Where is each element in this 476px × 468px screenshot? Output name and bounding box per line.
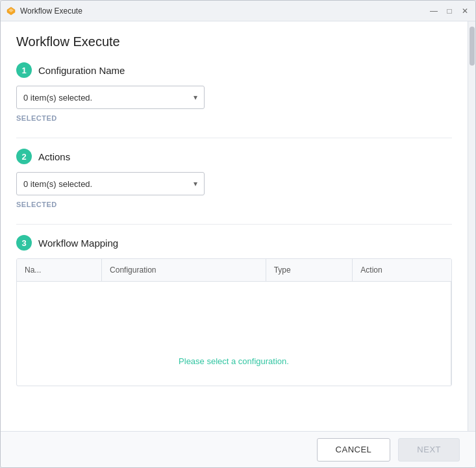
actions-selected-label: SELECTED xyxy=(16,201,452,208)
actions-arrow-icon: ▾ xyxy=(194,179,197,188)
step-badge-3: 3 xyxy=(16,235,32,251)
section-workflow-mapping: 3 Workflow Mapping Na... Configuration T… xyxy=(16,235,452,386)
window-controls: — □ ✕ xyxy=(429,6,470,16)
empty-message: Please select a configuration. xyxy=(179,356,289,366)
close-button[interactable]: ✕ xyxy=(460,6,470,16)
step-badge-1: 1 xyxy=(16,62,32,78)
actions-value: 0 item(s) selected. xyxy=(23,179,92,189)
page-title: Workflow Execute xyxy=(16,34,452,49)
col-header-type: Type xyxy=(266,259,353,282)
app-icon xyxy=(6,6,16,16)
section-title-3: Workflow Mapping xyxy=(38,238,118,249)
section-actions: 2 Actions 0 item(s) selected. ▾ SELECTED xyxy=(16,149,452,208)
footer: CANCEL NEXT xyxy=(1,431,475,467)
empty-area: Please select a configuration. xyxy=(25,288,443,379)
section-header-1: 1 Configuration Name xyxy=(16,62,452,78)
divider-2 xyxy=(16,224,452,225)
scrollbar-thumb[interactable] xyxy=(470,27,475,66)
maximize-button[interactable]: □ xyxy=(444,6,455,16)
section-configuration-name: 1 Configuration Name 0 item(s) selected.… xyxy=(16,62,452,122)
configuration-name-selected-label: SELECTED xyxy=(16,114,452,122)
title-bar-text: Workflow Execute xyxy=(20,6,429,16)
configuration-name-value: 0 item(s) selected. xyxy=(23,93,92,103)
title-bar: Workflow Execute — □ ✕ xyxy=(1,1,475,21)
col-header-configuration: Configuration xyxy=(102,259,266,282)
minimize-button[interactable]: — xyxy=(429,6,439,16)
section-title-2: Actions xyxy=(38,151,70,162)
main-content: Workflow Execute 1 Configuration Name 0 … xyxy=(1,21,468,431)
scrollbar[interactable] xyxy=(468,21,475,431)
section-header-3: 3 Workflow Mapping xyxy=(16,235,452,251)
section-title-1: Configuration Name xyxy=(38,65,125,76)
content-area: Workflow Execute 1 Configuration Name 0 … xyxy=(1,21,475,431)
section-header-2: 2 Actions xyxy=(16,149,452,164)
workflow-mapping-table-container: Na... Configuration Type Action Please s xyxy=(16,258,452,386)
workflow-mapping-table: Na... Configuration Type Action Please s xyxy=(17,259,451,386)
col-header-name: Na... xyxy=(17,259,102,282)
configuration-name-dropdown[interactable]: 0 item(s) selected. ▾ xyxy=(16,86,205,109)
table-header-row: Na... Configuration Type Action xyxy=(17,259,451,282)
step-badge-2: 2 xyxy=(16,149,32,164)
empty-table-row: Please select a configuration. xyxy=(17,282,451,386)
next-button[interactable]: NEXT xyxy=(398,438,460,462)
cancel-button[interactable]: CANCEL xyxy=(317,438,391,462)
col-header-action: Action xyxy=(353,259,451,282)
configuration-name-arrow-icon: ▾ xyxy=(194,93,197,102)
actions-dropdown[interactable]: 0 item(s) selected. ▾ xyxy=(16,172,205,195)
workflow-execute-window: Workflow Execute — □ ✕ Workflow Execute … xyxy=(0,0,476,468)
divider-1 xyxy=(16,138,452,138)
